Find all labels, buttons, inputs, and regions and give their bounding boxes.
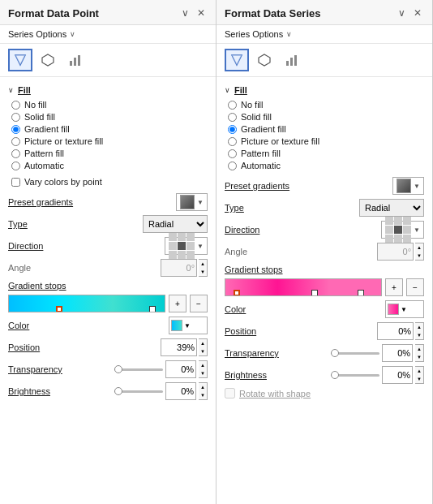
trans-spin-up-right[interactable]: ▲ xyxy=(415,345,423,353)
gradient-stop-1-right[interactable] xyxy=(234,290,240,296)
no-fill-option[interactable]: No fill xyxy=(11,100,208,110)
angle-spin-up-right[interactable]: ▲ xyxy=(415,243,423,252)
preset-dropdown-right[interactable]: ▼ xyxy=(392,177,424,195)
gradient-fill-radio[interactable] xyxy=(11,125,20,134)
transparency-row-right: Transparency 0% ▲ ▼ xyxy=(225,344,424,362)
solid-fill-option-r[interactable]: Solid fill xyxy=(228,112,424,122)
no-fill-option-r[interactable]: No fill xyxy=(228,100,424,110)
bright-spin-up-right[interactable]: ▲ xyxy=(415,367,423,375)
automatic-option-r[interactable]: Automatic xyxy=(228,161,424,170)
pattern-fill-option-r[interactable]: Pattern fill xyxy=(228,149,424,158)
automatic-radio-r[interactable] xyxy=(228,162,237,170)
pattern-fill-radio-r[interactable] xyxy=(228,149,237,158)
bright-spin-up-left[interactable]: ▲ xyxy=(199,383,207,391)
solid-fill-option[interactable]: Solid fill xyxy=(11,112,208,122)
remove-stop-btn-right[interactable]: − xyxy=(406,278,424,296)
preset-dropdown-left[interactable]: ▼ xyxy=(176,193,208,211)
bright-spin-down-right[interactable]: ▼ xyxy=(415,375,423,383)
solid-fill-radio-r[interactable] xyxy=(228,113,237,122)
no-fill-radio-r[interactable] xyxy=(228,101,237,110)
transparency-slider-right[interactable] xyxy=(331,352,379,355)
type-row-left: Type Radial xyxy=(8,215,208,233)
picture-fill-option-r[interactable]: Picture or texture fill xyxy=(228,136,424,146)
add-stop-btn-right[interactable]: + xyxy=(385,278,403,296)
close-btn-right[interactable]: ✕ xyxy=(411,6,424,19)
transparency-spinner-left: ▲ ▼ xyxy=(199,360,208,378)
rotate-checkbox[interactable] xyxy=(225,388,235,398)
brightness-input-left[interactable]: 0% xyxy=(165,382,196,400)
color-dropdown-left[interactable]: ▼ xyxy=(169,317,208,334)
trans-spin-up-left[interactable]: ▲ xyxy=(199,361,207,369)
series-options-bar-right[interactable]: Series Options ∨ xyxy=(216,25,432,44)
trans-spin-down-right[interactable]: ▼ xyxy=(415,353,423,361)
gradient-fill-option[interactable]: Gradient fill xyxy=(11,124,208,134)
color-dropdown-right[interactable]: ▼ xyxy=(385,300,424,318)
shape-btn-right[interactable] xyxy=(252,49,277,71)
chart-btn-right[interactable] xyxy=(280,49,304,71)
collapse-btn-left[interactable]: ∨ xyxy=(179,6,191,19)
type-dropdown-left[interactable]: Radial xyxy=(143,215,208,233)
fill-radio-group-right: No fill Solid fill Gradient fill Picture… xyxy=(228,100,424,170)
color-swatch-left xyxy=(171,320,182,331)
position-spin-down-left[interactable]: ▼ xyxy=(199,347,207,355)
transparency-thumb-left[interactable] xyxy=(114,365,122,373)
solid-fill-radio[interactable] xyxy=(11,113,20,122)
series-options-bar-left[interactable]: Series Options ∨ xyxy=(0,25,216,44)
position-spin-up-left[interactable]: ▲ xyxy=(199,339,207,347)
fill-effects-btn-right[interactable] xyxy=(225,49,249,71)
brightness-thumb-right[interactable] xyxy=(331,371,339,379)
fill-section-header-left: ∨ Fill xyxy=(8,85,208,95)
gradient-stop-2-right[interactable] xyxy=(311,290,318,296)
brightness-input-right[interactable]: 0% xyxy=(382,366,413,384)
transparency-input-left[interactable]: 0% xyxy=(165,360,196,378)
angle-spin-down[interactable]: ▼ xyxy=(199,268,207,276)
angle-input-right[interactable] xyxy=(377,243,414,261)
direction-dropdown-right[interactable]: ▼ xyxy=(381,221,424,239)
remove-stop-btn-left[interactable]: − xyxy=(190,295,208,312)
position-input-right[interactable]: 0% xyxy=(377,322,414,340)
fill-effects-btn-left[interactable] xyxy=(8,49,32,71)
chart-btn-left[interactable] xyxy=(63,49,88,71)
close-btn-left[interactable]: ✕ xyxy=(195,6,208,19)
transparency-slider-left[interactable] xyxy=(114,368,163,371)
rotate-label: Rotate with shape xyxy=(239,389,311,398)
gradient-bar-right[interactable] xyxy=(225,278,382,296)
automatic-radio[interactable] xyxy=(11,162,20,170)
brightness-slider-right[interactable] xyxy=(331,374,379,377)
bright-spin-down-left[interactable]: ▼ xyxy=(199,391,207,399)
format-data-series-panel: Format Data Series ∨ ✕ Series Options ∨ xyxy=(216,0,433,504)
direction-dropdown-left[interactable]: ▼ xyxy=(165,237,208,255)
transparency-input-right[interactable]: 0% xyxy=(382,344,413,362)
transparency-thumb-right[interactable] xyxy=(331,349,339,357)
collapse-btn-right[interactable]: ∨ xyxy=(396,6,408,19)
gradient-stop-1-left[interactable] xyxy=(56,306,62,312)
position-spin-down-right[interactable]: ▼ xyxy=(415,331,423,339)
angle-spin-up[interactable]: ▲ xyxy=(199,260,207,268)
add-stop-btn-left[interactable]: + xyxy=(169,295,186,312)
brightness-thumb-left[interactable] xyxy=(114,387,122,395)
gradient-stop-3-right[interactable] xyxy=(358,290,364,296)
type-dropdown-right[interactable]: Radial xyxy=(359,199,424,217)
picture-fill-radio-r[interactable] xyxy=(228,137,237,146)
series-options-label-right: Series Options xyxy=(225,29,283,39)
picture-fill-radio[interactable] xyxy=(11,137,20,146)
gradient-stop-2-left[interactable] xyxy=(149,306,156,312)
pattern-fill-radio[interactable] xyxy=(11,149,20,158)
header-controls-right: ∨ ✕ xyxy=(396,6,424,19)
trans-spin-down-left[interactable]: ▼ xyxy=(199,369,207,377)
gradient-fill-radio-r[interactable] xyxy=(228,125,237,134)
picture-fill-option[interactable]: Picture or texture fill xyxy=(11,136,208,146)
angle-input-left[interactable] xyxy=(161,259,197,277)
angle-spin-down-right[interactable]: ▼ xyxy=(415,252,423,260)
position-input-left[interactable]: 39% xyxy=(161,338,197,356)
pattern-fill-option[interactable]: Pattern fill xyxy=(11,149,208,158)
gradient-bar-left[interactable] xyxy=(8,295,165,312)
no-fill-radio[interactable] xyxy=(11,101,20,110)
automatic-option[interactable]: Automatic xyxy=(11,161,208,170)
gradient-fill-option-r[interactable]: Gradient fill xyxy=(228,124,424,134)
shape-btn-left[interactable] xyxy=(36,49,60,71)
vary-colors-checkbox[interactable] xyxy=(11,178,20,187)
position-spin-up-right[interactable]: ▲ xyxy=(415,323,423,331)
vary-colors-option[interactable]: Vary colors by point xyxy=(11,177,208,187)
brightness-slider-left[interactable] xyxy=(114,390,163,393)
